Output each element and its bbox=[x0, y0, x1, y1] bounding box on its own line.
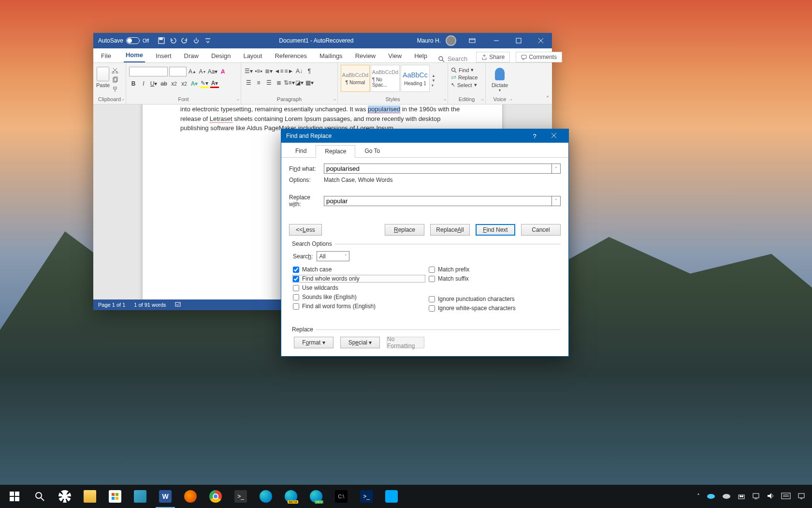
collapse-ribbon-icon[interactable]: ˄ bbox=[546, 95, 549, 102]
notifications-icon[interactable] bbox=[798, 492, 805, 501]
style-normal[interactable]: AaBbCcDd ¶ Normal bbox=[341, 65, 370, 92]
check-find-all-word-forms-english-[interactable]: Find all word forms (English) bbox=[293, 303, 425, 310]
font-family-combo[interactable] bbox=[129, 67, 168, 76]
numbering-icon[interactable]: ⦁≡▾ bbox=[254, 67, 263, 75]
spell-check-icon[interactable] bbox=[174, 301, 181, 309]
tab-view[interactable]: View bbox=[386, 49, 404, 62]
check-use-wildcards[interactable]: Use wildcards bbox=[293, 284, 425, 291]
text-effects-icon[interactable]: A▾ bbox=[190, 79, 199, 88]
subscript-button[interactable]: x2 bbox=[170, 79, 178, 88]
avatar[interactable] bbox=[446, 35, 456, 46]
photos-button[interactable] bbox=[128, 485, 153, 508]
page-indicator[interactable]: Page 1 of 1 bbox=[98, 302, 125, 308]
underline-button[interactable]: U▾ bbox=[149, 79, 158, 88]
tab-insert[interactable]: Insert bbox=[154, 49, 174, 62]
special-button[interactable]: Special ▾ bbox=[340, 337, 380, 348]
paste-button[interactable]: Paste bbox=[96, 65, 110, 96]
replace-button[interactable]: ⮂ Replace bbox=[451, 75, 482, 80]
bullets-icon[interactable]: ☰▾ bbox=[244, 67, 253, 75]
check-sounds-like-english-[interactable]: Sounds like (English) bbox=[293, 294, 425, 300]
app-button[interactable] bbox=[379, 485, 404, 508]
terminal-button[interactable]: >_ bbox=[228, 485, 253, 508]
less-button[interactable]: Less bbox=[289, 224, 322, 236]
dictate-button[interactable]: Dictate▾ bbox=[489, 65, 511, 92]
chrome-button[interactable] bbox=[203, 485, 228, 508]
comments-button[interactable]: Comments bbox=[516, 52, 562, 62]
select-button[interactable]: ↖ Select ▾ bbox=[451, 82, 482, 88]
qat-more-icon[interactable] bbox=[204, 37, 212, 45]
line-spacing-icon[interactable]: ⇅≡▾ bbox=[285, 78, 293, 87]
start-button[interactable] bbox=[2, 485, 27, 508]
borders-icon[interactable]: ▦▾ bbox=[305, 78, 314, 87]
style-no-spacing[interactable]: AaBbCcDd ¶ No Spac... bbox=[371, 65, 400, 92]
shading-icon[interactable]: ◪▾ bbox=[295, 78, 304, 87]
dialog-titlebar[interactable]: Find and Replace ? bbox=[281, 129, 568, 143]
cmd-button[interactable]: C:\ bbox=[329, 485, 354, 508]
font-size-combo[interactable] bbox=[169, 67, 187, 76]
copy-icon[interactable] bbox=[112, 76, 119, 84]
change-case-icon[interactable]: Aa▾ bbox=[208, 67, 217, 76]
undo-icon[interactable] bbox=[169, 37, 177, 45]
minimize-button[interactable] bbox=[485, 33, 508, 48]
shrink-font-icon[interactable]: A▼ bbox=[198, 67, 207, 76]
styles-gallery-more[interactable]: ▲▼▾ bbox=[432, 65, 435, 96]
help-button[interactable]: ? bbox=[525, 133, 544, 140]
tab-find[interactable]: Find bbox=[286, 145, 316, 157]
ribbon-display-icon[interactable] bbox=[461, 33, 483, 48]
word-titlebar[interactable]: AutoSave Off Document1 - AutoRecovered bbox=[93, 33, 552, 48]
italic-button[interactable]: I bbox=[139, 79, 148, 88]
edge-dev-button[interactable]: DEV bbox=[304, 485, 329, 508]
share-button[interactable]: Share bbox=[476, 52, 510, 62]
onedrive-icon[interactable] bbox=[707, 493, 715, 500]
tab-home[interactable]: Home bbox=[124, 48, 145, 62]
tab-replace[interactable]: Replace bbox=[316, 145, 355, 158]
font-color-icon[interactable]: A▾ bbox=[210, 79, 219, 88]
find-next-button[interactable]: Find Next bbox=[476, 224, 515, 236]
redo-icon[interactable] bbox=[181, 37, 188, 45]
check-ignore-punctuation-characters[interactable]: Ignore punctuation characters bbox=[429, 296, 561, 302]
check-find-whole-words-only[interactable]: Find whole words only bbox=[293, 275, 425, 282]
cancel-button[interactable]: Cancel bbox=[521, 224, 561, 236]
replace-all-button[interactable]: Replace All bbox=[430, 224, 470, 236]
word-count[interactable]: 1 of 91 words bbox=[134, 302, 166, 308]
tab-review[interactable]: Review bbox=[353, 49, 378, 62]
align-right-icon[interactable]: ☰ bbox=[264, 78, 273, 87]
search-direction-combo[interactable]: All˅ bbox=[317, 251, 349, 261]
autosave-toggle[interactable]: AutoSave Off bbox=[93, 37, 154, 44]
bold-button[interactable]: B bbox=[129, 79, 138, 88]
find-what-input[interactable] bbox=[324, 164, 552, 174]
multilevel-icon[interactable]: ≣▾ bbox=[264, 67, 273, 75]
toggle-switch-icon[interactable] bbox=[126, 37, 140, 44]
people-icon[interactable] bbox=[738, 492, 745, 501]
save-icon[interactable] bbox=[158, 37, 165, 45]
strikethrough-button[interactable]: ab bbox=[160, 79, 168, 88]
network-icon[interactable] bbox=[752, 492, 760, 501]
tab-file[interactable]: File bbox=[97, 49, 115, 62]
clear-format-icon[interactable]: A̷ bbox=[218, 67, 227, 76]
no-formatting-button[interactable]: No Formatting bbox=[387, 337, 424, 348]
maximize-button[interactable] bbox=[508, 33, 530, 48]
edge-beta-button[interactable]: BETA bbox=[278, 485, 304, 508]
sort-icon[interactable]: A↓ bbox=[295, 67, 304, 75]
replace-with-input[interactable] bbox=[324, 196, 552, 206]
increase-indent-icon[interactable]: ≡► bbox=[285, 67, 293, 75]
onedrive-alt-icon[interactable] bbox=[722, 493, 731, 500]
find-dropdown[interactable]: ˅ bbox=[552, 164, 561, 174]
tell-me-search[interactable]: Search bbox=[438, 55, 467, 62]
close-button[interactable] bbox=[544, 133, 564, 140]
volume-icon[interactable] bbox=[767, 492, 774, 501]
tab-references[interactable]: References bbox=[273, 49, 308, 62]
cut-icon[interactable] bbox=[112, 67, 119, 75]
tab-layout[interactable]: Layout bbox=[241, 49, 264, 62]
replace-one-button[interactable]: Replace bbox=[385, 224, 424, 236]
check-ignore-white-space-characters[interactable]: Ignore white-space characters bbox=[429, 305, 561, 312]
firefox-button[interactable] bbox=[178, 485, 203, 508]
find-button[interactable]: Find ▾ bbox=[451, 67, 482, 73]
grow-font-icon[interactable]: A▲ bbox=[188, 67, 197, 76]
format-button[interactable]: Format ▾ bbox=[294, 337, 334, 348]
word-button[interactable]: W bbox=[153, 485, 178, 508]
tray-overflow-icon[interactable]: ˄ bbox=[697, 493, 700, 500]
search-button[interactable] bbox=[27, 485, 52, 508]
close-button[interactable] bbox=[530, 33, 552, 48]
highlight-icon[interactable]: ✎▾ bbox=[200, 79, 209, 88]
